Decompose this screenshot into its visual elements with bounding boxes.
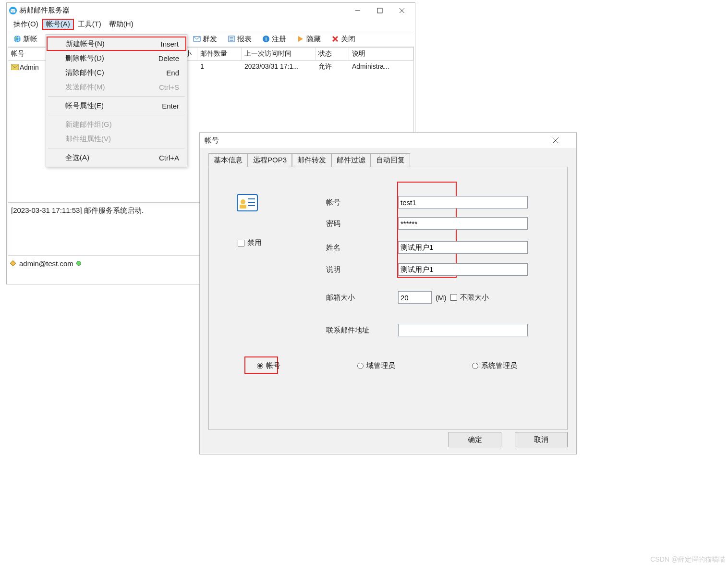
svg-point-9 — [15, 37, 17, 39]
mbsize-label: 邮箱大小 — [326, 293, 398, 302]
mail-icon — [11, 64, 19, 70]
cell-desc: Administra... — [349, 61, 413, 74]
menubar: 操作(O) 帐号(A) 工具(T) 帮助(H) — [7, 18, 415, 31]
close-button[interactable] — [391, 3, 413, 18]
dialog-titlebar: 帐号 — [200, 133, 576, 148]
tab-basic[interactable]: 基本信息 — [208, 153, 248, 167]
account-card-icon — [237, 194, 258, 211]
toolbar-hide-label: 隐藏 — [306, 35, 321, 44]
svg-text:i: i — [265, 36, 267, 42]
name-input[interactable] — [398, 241, 528, 254]
menu-help[interactable]: 帮助(H) — [105, 19, 137, 30]
role-account-option[interactable]: 帐号 — [257, 361, 280, 370]
account-dropdown: 新建帐号(N) Insert 删除帐号(D) Delete 清除邮件(C) En… — [46, 34, 187, 167]
toolbar-mass-label: 群发 — [203, 35, 217, 44]
toolbar-mass-send[interactable]: 群发 — [190, 34, 220, 45]
role-account-radio[interactable] — [257, 363, 263, 369]
th-count[interactable]: 邮件数量 — [197, 48, 242, 60]
toolbar-report[interactable]: 报表 — [225, 34, 255, 45]
menuitem-send-mail: 发送邮件(M) Ctrl+S — [47, 80, 186, 94]
globe-icon — [13, 35, 21, 43]
name-label: 姓名 — [326, 243, 398, 252]
menu-tools[interactable]: 工具(T) — [74, 19, 105, 30]
unlimited-label: 不限大小 — [460, 293, 489, 302]
toolbar-close[interactable]: 关闭 — [328, 34, 358, 45]
desc-input[interactable] — [398, 263, 528, 276]
role-account-label: 帐号 — [266, 361, 280, 370]
toolbar-report-label: 报表 — [237, 35, 252, 44]
menuitem-select-all[interactable]: 全选(A) Ctrl+A — [47, 150, 186, 165]
mbsize-unit: (M) — [436, 294, 447, 302]
toolbar-hide[interactable]: 隐藏 — [294, 34, 324, 45]
tab-autoreply[interactable]: 自动回复 — [371, 153, 410, 167]
svg-rect-20 — [10, 260, 15, 266]
mail-icon — [193, 35, 201, 43]
contact-input[interactable] — [398, 324, 528, 336]
menuitem-clear-mail[interactable]: 清除邮件(C) End — [47, 65, 186, 80]
dialog-tabs: 基本信息 远程POP3 邮件转发 邮件过滤 自动回复 — [200, 148, 576, 167]
tab-forward[interactable]: 邮件转发 — [292, 153, 331, 167]
svg-rect-3 — [377, 8, 382, 13]
th-account[interactable]: 帐号 — [8, 48, 47, 60]
tabpanel-basic: 禁用 帐号 密码 姓名 说明 邮箱大小 (M) 不限大小 联系邮件地址 — [208, 167, 568, 430]
svg-point-24 — [241, 199, 245, 204]
toolbar-new-label: 新帐 — [23, 35, 37, 44]
svg-rect-25 — [240, 205, 246, 209]
info-icon: i — [262, 35, 270, 43]
role-domain-option[interactable]: 域管理员 — [357, 361, 395, 370]
titlebar: 易邮邮件服务器 — [7, 3, 415, 18]
app-icon — [9, 6, 17, 15]
menuitem-delete-account[interactable]: 删除帐号(D) Delete — [47, 51, 186, 65]
cancel-button[interactable]: 取消 — [515, 432, 568, 447]
role-sys-radio[interactable] — [472, 363, 478, 369]
hide-icon — [297, 35, 304, 43]
toolbar-register-label: 注册 — [272, 35, 286, 44]
disable-checkbox[interactable] — [238, 240, 244, 246]
cell-status: 允许 — [315, 61, 349, 74]
menuitem-group-props: 邮件组属性(V) — [47, 132, 186, 146]
cell-lasttime: 2023/03/31 17:1... — [242, 61, 315, 74]
password-input[interactable] — [398, 217, 528, 230]
role-sys-option[interactable]: 系统管理员 — [472, 361, 517, 370]
role-domain-radio[interactable] — [357, 363, 364, 369]
menuitem-account-props[interactable]: 帐号属性(E) Enter — [47, 98, 186, 113]
unlimited-checkbox[interactable] — [450, 294, 457, 301]
menuitem-new-account[interactable]: 新建帐号(N) Insert — [47, 37, 186, 51]
watermark: CSDN @薛定谔的猫喵喵 — [650, 555, 725, 564]
menu-account[interactable]: 帐号(A) — [42, 19, 74, 30]
separator — [48, 148, 185, 148]
cell-count: 1 — [197, 61, 242, 74]
toolbar-close-label: 关闭 — [341, 35, 355, 44]
th-status[interactable]: 状态 — [315, 48, 349, 60]
mbsize-input[interactable] — [398, 291, 432, 304]
dialog-close-button[interactable] — [552, 137, 571, 144]
cell-account: Admin — [20, 63, 39, 71]
tab-pop3[interactable]: 远程POP3 — [248, 153, 292, 167]
status-account: admin@test.com — [19, 259, 73, 268]
minimize-button[interactable] — [347, 3, 369, 18]
role-row: 帐号 域管理员 系统管理员 — [257, 361, 517, 370]
th-lasttime[interactable]: 上一次访问时间 — [242, 48, 315, 60]
toolbar-register[interactable]: i 注册 — [259, 34, 289, 45]
toolbar-new-account[interactable]: 新帐 — [11, 34, 40, 45]
status-dot-icon — [76, 261, 81, 266]
separator — [48, 115, 185, 115]
disable-label: 禁用 — [247, 238, 262, 247]
account-input[interactable] — [398, 196, 528, 209]
ok-button[interactable]: 确定 — [449, 432, 501, 447]
dialog-title: 帐号 — [205, 136, 219, 145]
separator — [48, 96, 185, 97]
account-dialog: 帐号 基本信息 远程POP3 邮件转发 邮件过滤 自动回复 禁用 帐号 密码 — [199, 132, 577, 454]
password-label: 密码 — [326, 219, 398, 228]
account-label: 帐号 — [326, 198, 398, 207]
desc-label: 说明 — [326, 265, 398, 274]
app-title: 易邮邮件服务器 — [19, 6, 70, 15]
report-icon — [228, 35, 235, 43]
maximize-button[interactable] — [369, 3, 391, 18]
tab-filter[interactable]: 邮件过滤 — [331, 153, 371, 167]
diamond-icon — [10, 260, 16, 267]
menu-operation[interactable]: 操作(O) — [10, 19, 42, 30]
log-line: [2023-03-31 17:11:53] 邮件服务系统启动. — [11, 206, 144, 214]
contact-label: 联系邮件地址 — [326, 326, 398, 335]
th-desc[interactable]: 说明 — [349, 48, 413, 60]
